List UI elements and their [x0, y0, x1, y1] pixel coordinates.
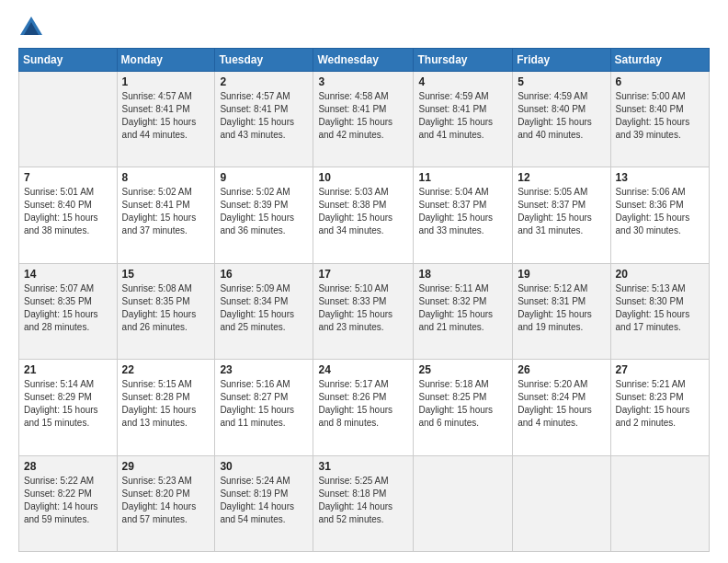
- cell-info-text: Sunrise: 5:18 AM Sunset: 8:25 PM Dayligh…: [418, 378, 507, 430]
- cell-info-text: Sunrise: 5:13 AM Sunset: 8:30 PM Dayligh…: [616, 282, 704, 334]
- cell-info-text: Sunrise: 5:08 AM Sunset: 8:35 PM Dayligh…: [122, 282, 210, 334]
- calendar-cell: 18Sunrise: 5:11 AM Sunset: 8:32 PM Dayli…: [414, 263, 513, 359]
- cell-info-text: Sunrise: 5:09 AM Sunset: 8:34 PM Dayligh…: [220, 282, 308, 334]
- day-header-thursday: Thursday: [414, 49, 513, 72]
- cell-info-text: Sunrise: 5:02 AM Sunset: 8:41 PM Dayligh…: [122, 186, 210, 237]
- calendar-cell: 6Sunrise: 5:00 AM Sunset: 8:40 PM Daylig…: [610, 72, 709, 167]
- calendar-week-row: 21Sunrise: 5:14 AM Sunset: 8:29 PM Dayli…: [19, 360, 710, 455]
- calendar-week-row: 14Sunrise: 5:07 AM Sunset: 8:35 PM Dayli…: [19, 263, 710, 359]
- calendar-cell: [414, 455, 513, 551]
- calendar-cell: 9Sunrise: 5:02 AM Sunset: 8:39 PM Daylig…: [215, 167, 313, 263]
- calendar-cell: 5Sunrise: 4:59 AM Sunset: 8:40 PM Daylig…: [513, 72, 610, 167]
- page: SundayMondayTuesdayWednesdayThursdayFrid…: [0, 0, 728, 563]
- cell-date-number: 18: [418, 268, 507, 281]
- day-header-tuesday: Tuesday: [215, 49, 313, 72]
- cell-date-number: 3: [318, 75, 408, 88]
- cell-info-text: Sunrise: 5:20 AM Sunset: 8:24 PM Dayligh…: [518, 378, 605, 430]
- cell-date-number: 14: [24, 268, 112, 281]
- cell-date-number: 7: [24, 171, 112, 184]
- calendar-week-row: 7Sunrise: 5:01 AM Sunset: 8:40 PM Daylig…: [19, 167, 710, 263]
- cell-info-text: Sunrise: 5:03 AM Sunset: 8:38 PM Dayligh…: [318, 186, 408, 237]
- cell-date-number: 29: [122, 460, 210, 473]
- cell-date-number: 21: [24, 363, 112, 376]
- cell-date-number: 22: [122, 363, 210, 376]
- cell-date-number: 1: [122, 75, 210, 88]
- cell-date-number: 16: [220, 268, 308, 281]
- cell-date-number: 9: [220, 171, 308, 184]
- calendar-cell: 27Sunrise: 5:21 AM Sunset: 8:23 PM Dayli…: [610, 360, 709, 455]
- calendar-cell: 12Sunrise: 5:05 AM Sunset: 8:37 PM Dayli…: [513, 167, 610, 263]
- calendar-cell: 23Sunrise: 5:16 AM Sunset: 8:27 PM Dayli…: [215, 360, 313, 455]
- day-header-saturday: Saturday: [610, 49, 709, 72]
- cell-info-text: Sunrise: 4:59 AM Sunset: 8:41 PM Dayligh…: [418, 90, 507, 142]
- day-header-sunday: Sunday: [19, 49, 118, 72]
- cell-info-text: Sunrise: 5:14 AM Sunset: 8:29 PM Dayligh…: [24, 378, 112, 430]
- calendar-cell: 28Sunrise: 5:22 AM Sunset: 8:22 PM Dayli…: [19, 455, 118, 551]
- calendar-cell: 24Sunrise: 5:17 AM Sunset: 8:26 PM Dayli…: [313, 360, 414, 455]
- cell-date-number: 15: [122, 268, 210, 281]
- calendar-cell: 17Sunrise: 5:10 AM Sunset: 8:33 PM Dayli…: [313, 263, 414, 359]
- cell-date-number: 28: [24, 460, 112, 473]
- cell-info-text: Sunrise: 5:00 AM Sunset: 8:40 PM Dayligh…: [616, 90, 704, 142]
- calendar-cell: 8Sunrise: 5:02 AM Sunset: 8:41 PM Daylig…: [117, 167, 215, 263]
- cell-info-text: Sunrise: 5:25 AM Sunset: 8:18 PM Dayligh…: [318, 475, 408, 526]
- day-header-wednesday: Wednesday: [313, 49, 414, 72]
- calendar-cell: 15Sunrise: 5:08 AM Sunset: 8:35 PM Dayli…: [117, 263, 215, 359]
- calendar-cell: 30Sunrise: 5:24 AM Sunset: 8:19 PM Dayli…: [215, 455, 313, 551]
- cell-info-text: Sunrise: 5:01 AM Sunset: 8:40 PM Dayligh…: [24, 186, 112, 237]
- cell-date-number: 19: [518, 268, 605, 281]
- calendar-cell: 11Sunrise: 5:04 AM Sunset: 8:37 PM Dayli…: [414, 167, 513, 263]
- calendar-cell: 14Sunrise: 5:07 AM Sunset: 8:35 PM Dayli…: [19, 263, 118, 359]
- logo: [18, 15, 48, 40]
- calendar-cell: [610, 455, 709, 551]
- cell-date-number: 23: [220, 363, 308, 376]
- cell-date-number: 4: [418, 75, 507, 88]
- cell-date-number: 30: [220, 460, 308, 473]
- cell-date-number: 10: [318, 171, 408, 184]
- cell-date-number: 6: [616, 75, 704, 88]
- calendar-cell: [19, 72, 118, 167]
- calendar-cell: 1Sunrise: 4:57 AM Sunset: 8:41 PM Daylig…: [117, 72, 215, 167]
- calendar-cell: 29Sunrise: 5:23 AM Sunset: 8:20 PM Dayli…: [117, 455, 215, 551]
- calendar-cell: 3Sunrise: 4:58 AM Sunset: 8:41 PM Daylig…: [313, 72, 414, 167]
- cell-info-text: Sunrise: 5:04 AM Sunset: 8:37 PM Dayligh…: [418, 186, 507, 237]
- calendar-cell: 16Sunrise: 5:09 AM Sunset: 8:34 PM Dayli…: [215, 263, 313, 359]
- cell-date-number: 13: [616, 171, 704, 184]
- calendar-cell: 21Sunrise: 5:14 AM Sunset: 8:29 PM Dayli…: [19, 360, 118, 455]
- cell-info-text: Sunrise: 5:17 AM Sunset: 8:26 PM Dayligh…: [318, 378, 408, 430]
- calendar-cell: 2Sunrise: 4:57 AM Sunset: 8:41 PM Daylig…: [215, 72, 313, 167]
- logo-icon: [18, 15, 44, 40]
- day-header-monday: Monday: [117, 49, 215, 72]
- calendar-cell: 22Sunrise: 5:15 AM Sunset: 8:28 PM Dayli…: [117, 360, 215, 455]
- calendar-cell: 26Sunrise: 5:20 AM Sunset: 8:24 PM Dayli…: [513, 360, 610, 455]
- cell-date-number: 31: [318, 460, 408, 473]
- cell-info-text: Sunrise: 4:57 AM Sunset: 8:41 PM Dayligh…: [220, 90, 308, 142]
- calendar-cell: [513, 455, 610, 551]
- cell-date-number: 11: [418, 171, 507, 184]
- calendar-header-row: SundayMondayTuesdayWednesdayThursdayFrid…: [19, 49, 710, 72]
- calendar-week-row: 28Sunrise: 5:22 AM Sunset: 8:22 PM Dayli…: [19, 455, 710, 551]
- cell-info-text: Sunrise: 4:57 AM Sunset: 8:41 PM Dayligh…: [122, 90, 210, 142]
- cell-info-text: Sunrise: 5:06 AM Sunset: 8:36 PM Dayligh…: [616, 186, 704, 237]
- cell-date-number: 25: [418, 363, 507, 376]
- calendar-cell: 31Sunrise: 5:25 AM Sunset: 8:18 PM Dayli…: [313, 455, 414, 551]
- cell-info-text: Sunrise: 5:21 AM Sunset: 8:23 PM Dayligh…: [616, 378, 704, 430]
- cell-info-text: Sunrise: 5:16 AM Sunset: 8:27 PM Dayligh…: [220, 378, 308, 430]
- day-header-friday: Friday: [513, 49, 610, 72]
- cell-date-number: 12: [518, 171, 605, 184]
- cell-info-text: Sunrise: 4:58 AM Sunset: 8:41 PM Dayligh…: [318, 90, 408, 142]
- cell-info-text: Sunrise: 5:23 AM Sunset: 8:20 PM Dayligh…: [122, 475, 210, 526]
- calendar-cell: 4Sunrise: 4:59 AM Sunset: 8:41 PM Daylig…: [414, 72, 513, 167]
- calendar-cell: 19Sunrise: 5:12 AM Sunset: 8:31 PM Dayli…: [513, 263, 610, 359]
- cell-date-number: 20: [616, 268, 704, 281]
- cell-date-number: 8: [122, 171, 210, 184]
- cell-date-number: 27: [616, 363, 704, 376]
- cell-date-number: 5: [518, 75, 605, 88]
- cell-date-number: 17: [318, 268, 408, 281]
- cell-info-text: Sunrise: 5:24 AM Sunset: 8:19 PM Dayligh…: [220, 475, 308, 526]
- cell-info-text: Sunrise: 4:59 AM Sunset: 8:40 PM Dayligh…: [518, 90, 605, 142]
- cell-info-text: Sunrise: 5:22 AM Sunset: 8:22 PM Dayligh…: [24, 475, 112, 526]
- cell-date-number: 26: [518, 363, 605, 376]
- cell-info-text: Sunrise: 5:02 AM Sunset: 8:39 PM Dayligh…: [220, 186, 308, 237]
- cell-info-text: Sunrise: 5:11 AM Sunset: 8:32 PM Dayligh…: [418, 282, 507, 334]
